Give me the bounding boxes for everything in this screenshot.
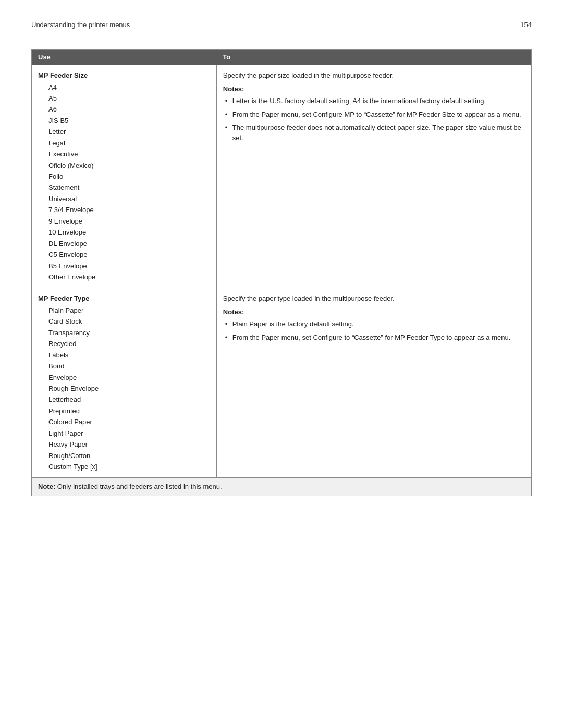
list-item: 7 3/4 Envelope	[38, 204, 210, 215]
footer-note-cell: Note: Only installed trays and feeders a…	[32, 478, 532, 496]
list-item: A4	[38, 82, 210, 93]
list-item: Universal	[38, 193, 210, 204]
list-item: Bond	[38, 361, 210, 372]
list-item: 10 Envelope	[38, 227, 210, 238]
list-item: Preprinted	[38, 405, 210, 416]
list-item: Letterhead	[38, 394, 210, 405]
note-item: The multipurpose feeder does not automat…	[223, 122, 525, 143]
list-item: Oficio (Mexico)	[38, 160, 210, 171]
list-item: Labels	[38, 350, 210, 361]
page-header: Understanding the printer menus 154	[31, 21, 532, 33]
list-item: DL Envelope	[38, 238, 210, 249]
notes-list: Letter is the U.S. factory default setti…	[223, 96, 525, 143]
list-item: Legal	[38, 138, 210, 149]
footer-note-bold: Note:	[38, 483, 55, 490]
col-to-header: To	[216, 50, 531, 65]
col-use-header: Use	[32, 50, 217, 65]
notes-list: Plain Paper is the factory default setti…	[223, 319, 525, 342]
use-cell-mp-feeder-type: MP Feeder TypePlain PaperCard StockTrans…	[32, 288, 217, 478]
list-item: Rough/Cotton	[38, 450, 210, 461]
section-label-mp-feeder-type: MP Feeder Type	[38, 293, 210, 304]
list-item: Transparency	[38, 327, 210, 338]
page-number: 154	[520, 21, 532, 29]
list-item: Heavy Paper	[38, 439, 210, 450]
note-item: From the Paper menu, set Configure to “C…	[223, 332, 525, 343]
main-table: Use To MP Feeder SizeA4A5A6JIS B5LetterL…	[31, 49, 532, 496]
list-item: Rough Envelope	[38, 383, 210, 394]
to-description: Specify the paper type loaded in the mul…	[223, 293, 525, 304]
list-item: Light Paper	[38, 428, 210, 439]
page-title: Understanding the printer menus	[31, 21, 130, 29]
list-item: Envelope	[38, 372, 210, 383]
section-label-mp-feeder-size: MP Feeder Size	[38, 70, 210, 81]
to-cell-mp-feeder-size: Specify the paper size loaded in the mul…	[216, 65, 531, 288]
list-item: 9 Envelope	[38, 216, 210, 227]
list-item: A5	[38, 93, 210, 104]
list-item: B5 Envelope	[38, 261, 210, 272]
list-item: Letter	[38, 126, 210, 137]
footer-note-text: Only installed trays and feeders are lis…	[55, 483, 222, 490]
list-item: Plain Paper	[38, 305, 210, 316]
list-item: Recycled	[38, 338, 210, 349]
notes-label: Notes:	[223, 84, 525, 94]
note-item: Plain Paper is the factory default setti…	[223, 319, 525, 329]
table-row-mp-feeder-size: MP Feeder SizeA4A5A6JIS B5LetterLegalExe…	[32, 65, 532, 288]
to-description: Specify the paper size loaded in the mul…	[223, 70, 525, 81]
list-item: JIS B5	[38, 115, 210, 126]
list-item: Colored Paper	[38, 416, 210, 427]
to-cell-mp-feeder-type: Specify the paper type loaded in the mul…	[216, 288, 531, 478]
list-item: Custom Type [x]	[38, 461, 210, 472]
list-item: Card Stock	[38, 316, 210, 327]
footer-row: Note: Only installed trays and feeders a…	[32, 478, 532, 496]
note-item: Letter is the U.S. factory default setti…	[223, 96, 525, 106]
note-item: From the Paper menu, set Configure MP to…	[223, 109, 525, 120]
list-item: Folio	[38, 171, 210, 182]
list-item: Statement	[38, 182, 210, 193]
list-item: Other Envelope	[38, 272, 210, 282]
list-item: C5 Envelope	[38, 249, 210, 260]
use-cell-mp-feeder-size: MP Feeder SizeA4A5A6JIS B5LetterLegalExe…	[32, 65, 217, 288]
list-item: A6	[38, 104, 210, 115]
notes-label: Notes:	[223, 307, 525, 317]
table-row-mp-feeder-type: MP Feeder TypePlain PaperCard StockTrans…	[32, 288, 532, 478]
list-item: Executive	[38, 149, 210, 159]
